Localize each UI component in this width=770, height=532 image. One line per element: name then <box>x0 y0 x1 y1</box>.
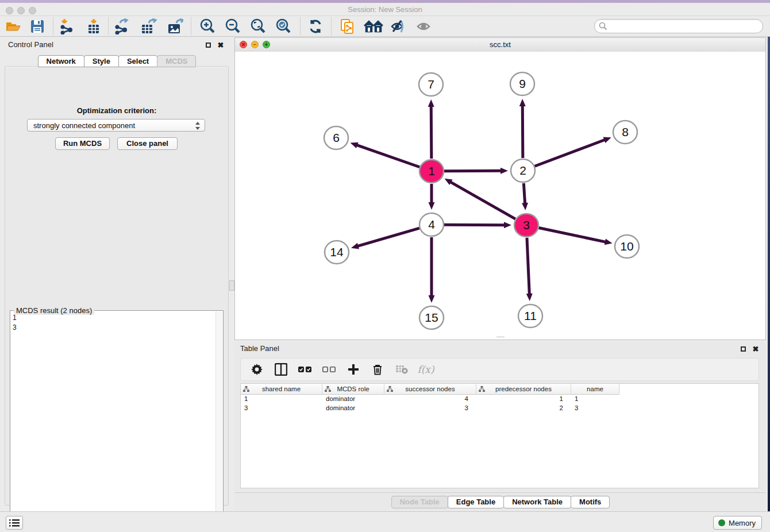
tab-network[interactable]: Network <box>38 55 84 67</box>
mcds-tab-content: Optimization criterion: strongly connect… <box>5 66 229 506</box>
add-column-icon[interactable] <box>346 363 360 376</box>
clone-network-icon[interactable] <box>339 18 356 35</box>
table-cell[interactable]: 1 <box>571 395 619 404</box>
mcds-result-line: 1 <box>13 313 17 323</box>
task-history-button[interactable] <box>6 516 23 530</box>
home-icon[interactable] <box>363 18 384 35</box>
edge-4-14[interactable] <box>357 228 419 246</box>
show-graphics-icon[interactable] <box>415 18 432 35</box>
toolbar-separator <box>53 17 53 35</box>
zoom-selected-icon[interactable] <box>275 18 292 35</box>
table-cell[interactable]: 4 <box>384 395 476 404</box>
graph-node-label: 6 <box>333 131 340 144</box>
window-splitter-grip[interactable] <box>496 337 505 340</box>
column-header-successor-nodes[interactable]: successor nodes <box>384 384 476 395</box>
refresh-icon[interactable] <box>307 18 324 35</box>
criterion-select[interactable]: strongly connected component <box>27 119 205 132</box>
network-graph[interactable]: 7968124314101511 <box>235 52 765 340</box>
criterion-selected-value: strongly connected component <box>33 121 135 130</box>
app-titlebar: Session: New Session <box>0 3 770 16</box>
table-tab-network-table[interactable]: Network Table <box>503 496 571 508</box>
tab-style[interactable]: Style <box>84 55 119 67</box>
edge-1-6[interactable] <box>356 145 419 167</box>
edge-1-2[interactable] <box>444 171 502 171</box>
graph-node-label: 9 <box>519 77 526 90</box>
control-panel-header: Control Panel ✖ <box>3 38 230 52</box>
table-row[interactable]: 1dominator411 <box>241 395 759 404</box>
column-header-predecessor-nodes[interactable]: predecessor nodes <box>476 384 571 395</box>
close-panel-icon[interactable]: ✖ <box>216 40 225 49</box>
table-cell[interactable]: dominator <box>322 395 384 404</box>
window-title: Session: New Session <box>0 5 770 14</box>
edge-arrowhead <box>522 203 528 210</box>
search-field[interactable] <box>594 19 763 33</box>
memory-button[interactable]: Memory <box>713 516 762 530</box>
import-table-icon[interactable] <box>85 18 102 35</box>
graph-node-label: 10 <box>620 240 633 253</box>
list-icon <box>9 519 20 527</box>
edge-2-9[interactable] <box>522 105 523 158</box>
column-header-shared-name[interactable]: shared name <box>241 384 322 395</box>
open-session-icon[interactable] <box>5 18 22 35</box>
table-panel-tabs: Node TableEdge TableNetwork TableMotifs <box>234 492 766 508</box>
tab-select[interactable]: Select <box>118 55 157 67</box>
edge-1-7[interactable] <box>431 106 432 159</box>
edge-arrowhead <box>603 137 611 143</box>
column-header-MCDS-role[interactable]: MCDS role <box>322 384 384 395</box>
graph-node-label: 1 <box>428 164 435 178</box>
edge-2-8[interactable] <box>535 140 606 166</box>
select-all-columns-icon[interactable] <box>298 363 312 376</box>
mcds-result-line: 3 <box>13 323 17 333</box>
table-cell[interactable]: 3 <box>241 404 322 413</box>
table-cell[interactable]: 3 <box>384 404 476 413</box>
delete-table-icon-disabled <box>395 363 409 376</box>
table-cell[interactable]: 1 <box>241 395 322 404</box>
zoom-out-icon[interactable] <box>224 18 241 35</box>
run-mcds-button[interactable]: Run MCDS <box>55 137 110 150</box>
table-cell[interactable]: 3 <box>571 404 619 413</box>
control-panel: Control Panel ✖ NetworkStyleSelectMCDS O… <box>3 38 230 508</box>
graph-node-label: 2 <box>519 164 526 177</box>
close-panel-button[interactable]: Close panel <box>117 137 178 150</box>
export-image-icon[interactable] <box>167 18 184 35</box>
search-input[interactable] <box>610 20 759 32</box>
edge-3-10[interactable] <box>539 228 606 242</box>
deselect-all-columns-icon[interactable] <box>322 363 336 376</box>
delete-column-icon[interactable] <box>371 363 384 376</box>
column-view-icon[interactable] <box>274 363 288 376</box>
network-canvas[interactable]: 7968124314101511 <box>235 52 765 340</box>
table-settings-gear-icon[interactable] <box>250 363 264 376</box>
mcds-result-box: MCDS result (2 nodes) 13 <box>10 310 224 532</box>
table-cell[interactable]: dominator <box>322 404 384 413</box>
table-row[interactable]: 3dominator323 <box>241 404 759 413</box>
network-window-titlebar[interactable]: × − + scc.txt <box>235 38 765 52</box>
toolbar-separator <box>331 17 332 35</box>
table-panel-header: Table Panel ✖ <box>234 342 766 356</box>
save-session-icon[interactable] <box>29 18 46 35</box>
edge-4-3[interactable] <box>444 225 505 225</box>
edge-2-3[interactable] <box>523 183 525 204</box>
tab-mcds[interactable]: MCDS <box>157 55 196 67</box>
edge-3-1[interactable] <box>450 182 515 219</box>
panel-splitter-grip[interactable] <box>229 280 234 291</box>
select-chevrons-icon <box>195 121 201 130</box>
result-scrollbar[interactable] <box>215 311 222 531</box>
edge-3-11[interactable] <box>527 238 529 295</box>
table-cell[interactable]: 2 <box>476 404 571 413</box>
zoom-in-icon[interactable] <box>199 18 216 35</box>
zoom-fit-icon[interactable] <box>249 18 267 35</box>
graph-node-label: 7 <box>428 78 434 91</box>
table-tab-motifs[interactable]: Motifs <box>571 496 610 508</box>
export-table-icon[interactable] <box>140 18 157 35</box>
column-header-name[interactable]: name <box>571 384 619 395</box>
function-builder-icon-disabled: f(x) <box>419 363 433 376</box>
float-panel-icon[interactable] <box>203 40 213 49</box>
import-network-icon[interactable] <box>59 18 76 35</box>
float-table-panel-icon[interactable] <box>738 344 748 353</box>
table-tab-node-table[interactable]: Node Table <box>391 496 448 508</box>
export-network-icon[interactable] <box>114 18 131 35</box>
close-table-panel-icon[interactable]: ✖ <box>751 344 760 353</box>
table-cell[interactable]: 1 <box>476 395 571 404</box>
table-tab-edge-table[interactable]: Edge Table <box>448 496 504 508</box>
hide-graphics-icon[interactable] <box>388 18 406 35</box>
